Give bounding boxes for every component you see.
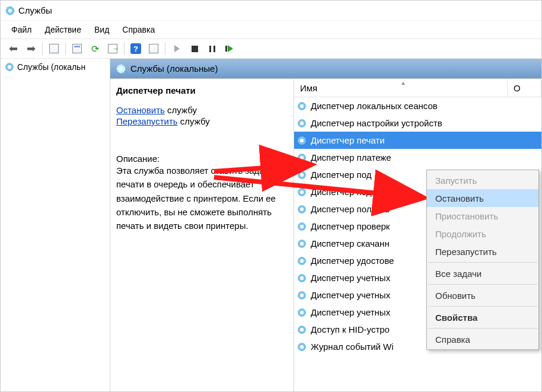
cm-separator: [428, 306, 537, 307]
service-row-label: Диспетчер настройки устройств: [311, 118, 442, 128]
refresh-icon: ⟳: [90, 44, 100, 53]
forward-button[interactable]: ➡: [23, 40, 39, 57]
services-app-icon: [5, 6, 15, 15]
gear-icon: [298, 205, 306, 213]
service-row-label: Диспетчер печати: [311, 135, 385, 145]
help-icon: ?: [130, 43, 141, 54]
toolbar-separator: [65, 42, 66, 55]
gear-icon: [298, 154, 306, 162]
help-button[interactable]: ?: [127, 40, 144, 57]
titlebar: Службы: [1, 1, 541, 21]
content-header-title: Службы (локальные): [130, 63, 218, 74]
stop-action-line: Остановить службу: [116, 105, 285, 115]
gear-icon: [298, 240, 306, 248]
pause-service-button[interactable]: [204, 40, 221, 57]
play-icon: [174, 45, 180, 52]
menu-action[interactable]: Действие: [39, 23, 87, 37]
restart-icon: [228, 45, 233, 52]
service-row-label: Диспетчер учетных: [311, 273, 390, 283]
properties-icon: [72, 44, 82, 53]
gear-icon: [298, 102, 306, 110]
window-title: Службы: [18, 5, 52, 15]
gear-icon: [5, 63, 14, 71]
service-row-label: Диспетчер удостове: [311, 256, 394, 266]
menu-view[interactable]: Вид: [88, 23, 115, 37]
gear-icon: [298, 188, 306, 196]
stop-icon: [192, 46, 198, 52]
export-icon: [108, 44, 117, 53]
restart-action-line: Перезапустить службу: [116, 116, 285, 126]
service-row[interactable]: Диспетчер печати: [294, 132, 541, 149]
stop-service-button[interactable]: [186, 40, 203, 57]
gear-icon: [298, 343, 306, 351]
gear-icon: [116, 64, 126, 74]
gear-icon: [298, 136, 306, 145]
restart-service-link[interactable]: Перезапустить: [116, 116, 178, 126]
menubar: Файл Действие Вид Справка: [1, 21, 541, 39]
cm-stop[interactable]: Остановить: [427, 189, 538, 207]
show-hide-tree-button[interactable]: [46, 40, 62, 57]
cm-start[interactable]: Запустить: [427, 171, 538, 189]
cm-separator: [428, 328, 537, 329]
gear-icon: [298, 171, 306, 179]
service-row-label: Диспетчер учетных: [311, 307, 390, 317]
service-row[interactable]: Диспетчер локальных сеансов: [294, 97, 541, 114]
panel2-icon: [149, 44, 158, 53]
description-label: Описание:: [116, 154, 285, 164]
stop-suffix: службу: [165, 105, 197, 115]
service-row[interactable]: Диспетчер настройки устройств: [294, 114, 541, 132]
pause-icon: [209, 46, 215, 52]
properties-button[interactable]: [69, 40, 85, 57]
cm-resume[interactable]: Продолжить: [427, 225, 538, 243]
sort-asc-icon: ▲: [401, 80, 406, 86]
cm-help[interactable]: Справка: [427, 330, 538, 348]
detail-pane: Диспетчер печати Остановить службу Перез…: [110, 79, 294, 391]
selected-service-name: Диспетчер печати: [116, 85, 285, 95]
service-row-label: Диспетчер проверк: [311, 221, 390, 231]
list-header: Имя ▲ О: [294, 79, 541, 97]
cm-pause[interactable]: Приостановить: [427, 207, 538, 225]
service-row-label: Журнал событий Wi: [311, 342, 394, 352]
cm-all-tasks[interactable]: Все задачи: [427, 264, 538, 282]
gear-icon: [298, 291, 306, 299]
service-row-label: Диспетчер учетных: [311, 290, 390, 300]
service-row-label: Диспетчер подключ: [311, 187, 392, 197]
export-button[interactable]: [104, 40, 121, 57]
arrow-left-icon: ⬅: [9, 42, 18, 55]
menu-help[interactable]: Справка: [116, 23, 161, 37]
start-service-button[interactable]: [168, 40, 185, 57]
menu-file[interactable]: Файл: [5, 23, 37, 37]
panel-icon: [49, 44, 59, 53]
service-row-label: Диспетчер платеже: [311, 152, 391, 162]
tree-root-item[interactable]: Службы (локальн: [4, 61, 106, 73]
stop-service-link[interactable]: Остановить: [116, 105, 165, 115]
cm-separator: [428, 284, 537, 285]
gear-icon: [298, 257, 306, 265]
cm-restart[interactable]: Перезапустить: [427, 243, 538, 260]
service-row-label: Доступ к HID-устро: [311, 324, 390, 334]
service-row-label: Диспетчер локальных сеансов: [311, 101, 438, 111]
arrow-right-icon: ➡: [27, 42, 36, 55]
show-hide-console-button[interactable]: [145, 40, 162, 57]
column-header-name[interactable]: Имя ▲: [294, 79, 508, 97]
cm-refresh[interactable]: Обновить: [427, 286, 538, 304]
gear-icon: [298, 308, 306, 317]
context-menu: Запустить Остановить Приостановить Продо…: [426, 170, 539, 350]
column-header-desc[interactable]: О: [508, 79, 541, 97]
back-button[interactable]: ⬅: [5, 40, 21, 57]
toolbar-separator: [124, 42, 125, 55]
cm-properties[interactable]: Свойства: [427, 308, 538, 326]
service-row-label: Диспетчер пользов: [311, 204, 390, 214]
gear-icon: [298, 222, 306, 231]
description-text: Эта служба позволяет ставить задания печ…: [116, 164, 285, 232]
restart-service-button[interactable]: [222, 40, 238, 57]
gear-icon: [298, 119, 306, 128]
service-row-label: Диспетчер под: [311, 170, 371, 180]
cm-separator: [428, 262, 537, 263]
tree-root-label: Службы (локальн: [17, 62, 85, 72]
refresh-button[interactable]: ⟳: [87, 40, 103, 57]
content-header: Службы (локальные): [110, 59, 541, 79]
toolbar: ⬅ ➡ ⟳ ?: [1, 39, 541, 59]
toolbar-separator: [165, 42, 165, 55]
service-row[interactable]: Диспетчер платеже: [294, 149, 541, 166]
